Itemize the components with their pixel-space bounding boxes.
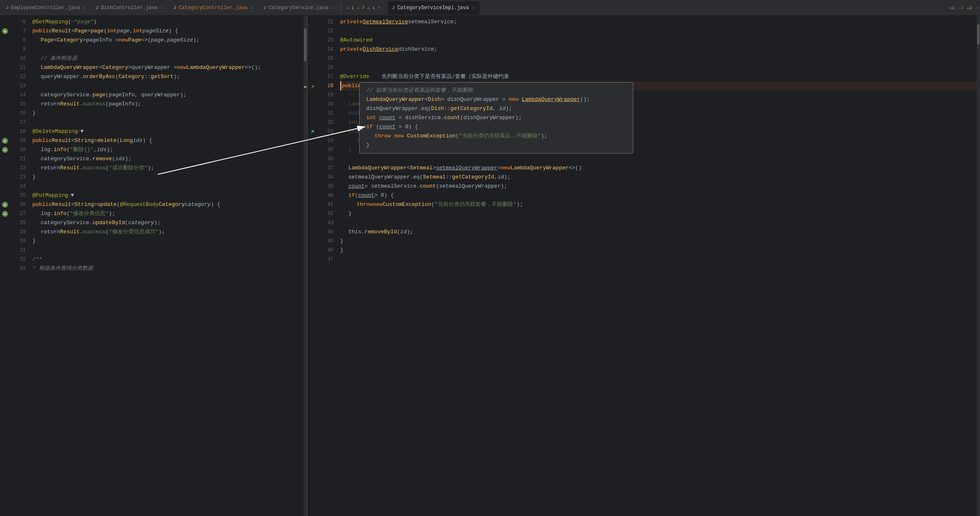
- rln-42: 42: [318, 209, 333, 218]
- tab-close-categoryserviceimpl[interactable]: ✕: [471, 5, 475, 11]
- cls-lambda11: LambdaQueryWrapper: [41, 63, 99, 72]
- rcode-43: [340, 218, 977, 227]
- rln-43: 43: [318, 218, 333, 227]
- plain-comma7: ,: [130, 27, 133, 36]
- plain-18: ▼: [81, 127, 84, 136]
- code-line-16: }: [32, 109, 304, 118]
- right-check: ✓: [975, 5, 978, 10]
- plain-dcolon12: ::: [145, 72, 151, 81]
- brace23: }: [32, 173, 36, 182]
- rg-39: [308, 182, 318, 191]
- cls-long19: Long: [120, 136, 133, 145]
- popup-box: // 如果当前分类还有菜品和套餐，不能删除 LambdaQueryWrapper…: [359, 82, 633, 154]
- gutter-19[interactable]: ●: [0, 136, 10, 145]
- tab-categoryservice[interactable]: J CategoryService.java ✕: [259, 1, 339, 15]
- code-line-24: [32, 182, 304, 191]
- popup-line-7: }: [366, 141, 626, 150]
- plain-dot15: .: [80, 100, 83, 109]
- right-panel: ↗ ⚑: [308, 16, 980, 516]
- rln-24: 24: [318, 45, 333, 54]
- plain-27a: .: [50, 209, 54, 218]
- tab-close-categoryservice[interactable]: ✕: [331, 5, 335, 11]
- method-delete19: delete: [97, 136, 117, 145]
- param-cat26: category: [185, 200, 211, 209]
- cls-lambda11b: LambdaQueryWrapper: [186, 63, 245, 72]
- cls-page8: Page: [41, 36, 54, 45]
- kw-public26: public: [32, 200, 52, 209]
- cls-string26: String: [74, 200, 94, 209]
- cls-page8b: Page: [128, 36, 141, 45]
- code-line-32: /**: [32, 255, 304, 264]
- tab-employee[interactable]: J EmployeeController.java ✕: [2, 1, 91, 15]
- plain-28: (: [125, 218, 128, 227]
- method-page14: page: [93, 90, 105, 100]
- rln-31: 31: [318, 109, 333, 118]
- linenum-28: 28: [10, 218, 26, 227]
- gutter-20[interactable]: ●: [0, 145, 10, 154]
- gutter-26[interactable]: ●: [0, 200, 10, 209]
- tab-bar-right: ⚠1 ⚠3 ⚠2 ✓: [949, 5, 978, 10]
- gutter-27[interactable]: ●: [0, 209, 10, 218]
- rcode-21: private SetmealService setmealService;: [340, 17, 977, 27]
- right-code-area: ↗ ⚑: [308, 16, 980, 516]
- linenum-17: 17: [10, 118, 26, 127]
- plain-gt26: >: [94, 200, 97, 209]
- tab-close-dish[interactable]: ✕: [160, 5, 164, 11]
- bean-icon-20[interactable]: ●: [2, 147, 8, 153]
- plain-end8: );: [193, 36, 200, 45]
- bean-icon-26[interactable]: ●: [2, 202, 8, 208]
- bookmark-icon-33: ⚑: [311, 129, 314, 135]
- linenum-8: 8: [10, 36, 26, 45]
- code-line-28: categoryService.updateById(category);: [32, 218, 304, 227]
- bean-icon-27[interactable]: ●: [2, 211, 8, 217]
- rg-34: [308, 136, 318, 145]
- plain-end22: );: [147, 164, 154, 173]
- right-scrollbar[interactable]: [977, 16, 980, 516]
- linenum-15: 15: [10, 100, 26, 109]
- plain-params7: (: [104, 27, 107, 36]
- param-page7: page: [117, 27, 130, 36]
- comment-33: * 根据条件查询分类数据: [32, 264, 93, 273]
- rvar-count39: count: [340, 182, 365, 191]
- rplain-44: this.: [340, 227, 365, 237]
- method-info20: info: [54, 145, 66, 154]
- rln-32: 32: [318, 118, 333, 127]
- kw-int71: int: [107, 27, 117, 36]
- warning-count-3: 1: [372, 5, 375, 10]
- bean-icon-7[interactable]: ●: [2, 28, 8, 34]
- linenum-7: 7: [10, 27, 26, 36]
- left-scrollbar[interactable]: [304, 16, 307, 516]
- right-scroll-thumb[interactable]: [977, 24, 980, 45]
- tab-dish[interactable]: J DishController.java ✕: [91, 1, 168, 15]
- code-line-14: categoryService.page(pageInfo, queryWrap…: [32, 90, 304, 100]
- plain-gt7: >: [88, 27, 91, 36]
- rcode-41: throw new CustomException("当前分类仍关联套餐，不能删…: [340, 200, 977, 209]
- plain-gt11: >: [128, 63, 132, 72]
- tab-close-category[interactable]: ✕: [250, 5, 254, 11]
- right-code-content: private SetmealService setmealService; @…: [338, 16, 977, 516]
- param-pagesize7: pageSize: [142, 27, 168, 36]
- left-scroll-thumb[interactable]: [304, 28, 306, 61]
- bean-icon-19[interactable]: ●: [2, 138, 8, 144]
- rcls-dishservice24: DishService: [363, 45, 399, 54]
- method-success15: success: [83, 100, 105, 109]
- gutter-24: [0, 182, 10, 191]
- ann-requestbody: @RequestBody: [120, 200, 159, 209]
- cls-result26: Result: [52, 200, 71, 209]
- warning-icon-1: ⚠: [346, 5, 349, 10]
- rkw-private21: private: [340, 17, 363, 27]
- tab-icon-category: J: [174, 5, 176, 10]
- brace16: }: [32, 109, 36, 118]
- code-line-25: @PutMapping☞▼: [32, 191, 304, 200]
- tab-category[interactable]: J CategoryController.java ✕: [169, 1, 258, 15]
- rln-33: 33: [318, 127, 333, 136]
- tab-categoryserviceimpl[interactable]: J CategoryServiceImpl.java ✕: [388, 1, 480, 15]
- rln-28: 28: [318, 81, 333, 90]
- nav-up-icon[interactable]: ↑: [377, 5, 380, 10]
- plain-15: (pageInfo);: [105, 100, 141, 109]
- gutter-7[interactable]: ●: [0, 27, 10, 36]
- plain-26: <: [71, 200, 75, 209]
- rg-42: [308, 209, 318, 218]
- warning-count-2: 7: [362, 5, 365, 10]
- tab-close-employee[interactable]: ✕: [82, 5, 86, 11]
